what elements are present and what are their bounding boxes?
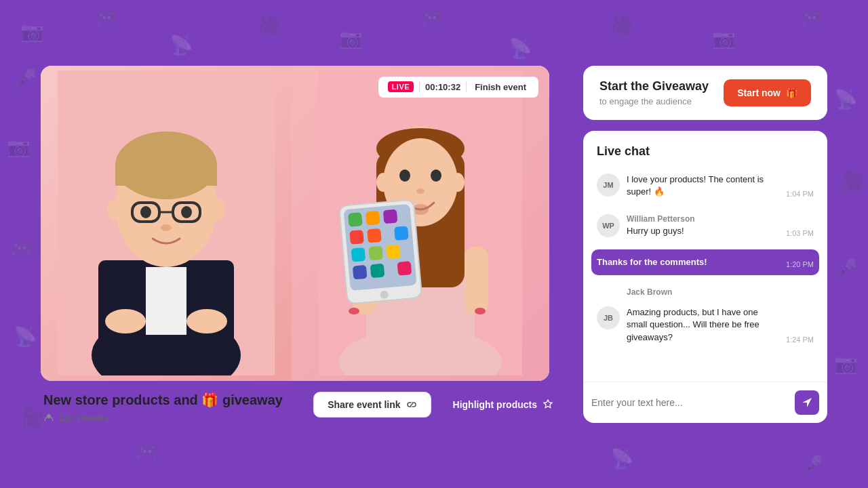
video-left xyxy=(41,66,292,381)
svg-rect-42 xyxy=(368,246,383,261)
svg-point-29 xyxy=(376,173,390,192)
msg-text-2: Hurry up guys! xyxy=(627,225,779,237)
svg-point-25 xyxy=(399,169,410,182)
chat-title: Live chat xyxy=(583,144,827,167)
msg-content-2: William Petterson Hurry up guys! xyxy=(627,214,779,237)
svg-rect-44 xyxy=(397,261,412,276)
finish-event-button[interactable]: Finish event xyxy=(472,81,529,94)
svg-rect-40 xyxy=(367,228,382,243)
male-presenter-svg xyxy=(58,70,275,375)
svg-rect-36 xyxy=(366,211,380,226)
send-icon xyxy=(801,396,813,409)
svg-point-27 xyxy=(416,188,425,194)
msg-time-1: 1:04 PM xyxy=(786,190,814,198)
giveaway-text: Start the Giveaway to engage the audienc… xyxy=(599,79,709,106)
link-icon xyxy=(406,399,417,410)
msg-text-1: I love your products! The content is sup… xyxy=(627,174,779,198)
giveaway-subtitle: to engage the audience xyxy=(599,96,709,106)
avatar-jb: JB xyxy=(597,306,620,329)
svg-point-48 xyxy=(349,308,359,314)
chat-messages: JM I love your products! The content is … xyxy=(583,167,827,376)
svg-rect-38 xyxy=(394,226,409,241)
msg-sender-2: William Petterson xyxy=(627,214,779,224)
svg-point-49 xyxy=(475,308,486,314)
bottom-info-row: New store products and 🎁 giveaway 120 vi… xyxy=(41,392,570,423)
viewers-icon xyxy=(43,412,54,423)
msg-sender-4: Jack Brown xyxy=(627,287,672,297)
svg-rect-3 xyxy=(146,267,186,335)
svg-rect-6 xyxy=(115,165,217,186)
msg-content-1: I love your products! The content is sup… xyxy=(627,174,779,198)
chat-message-host: Thanks for the comments! 1:20 PM xyxy=(591,249,819,275)
svg-rect-39 xyxy=(349,230,364,245)
msg-time-host: 1:20 PM xyxy=(786,260,814,268)
start-giveaway-button[interactable]: Start now 🎁 xyxy=(724,79,811,106)
msg-time-4: 1:24 PM xyxy=(786,336,814,344)
title-section: New store products and 🎁 giveaway 120 vi… xyxy=(43,392,300,423)
chat-card: Live chat JM I love your products! The c… xyxy=(583,131,827,423)
event-title: New store products and 🎁 giveaway xyxy=(43,392,300,408)
msg-content-4: Amazing products, but I have one small q… xyxy=(627,306,779,344)
avatar-wp: WP xyxy=(597,214,620,237)
send-message-button[interactable] xyxy=(795,390,819,415)
svg-point-14 xyxy=(209,199,225,220)
divider2 xyxy=(466,81,467,92)
giveaway-title: Start the Giveaway xyxy=(599,79,709,94)
giveaway-card: Start the Giveaway to engage the audienc… xyxy=(583,66,827,120)
live-indicator: LIVE xyxy=(388,81,414,92)
share-event-button[interactable]: Share event link xyxy=(313,392,431,418)
chat-message-4: Jack Brown JB Amazing products, but I ha… xyxy=(591,281,819,350)
gift-icon: 🎁 xyxy=(786,87,797,98)
left-panel: LIVE 00:10:32 Finish event xyxy=(41,66,570,423)
live-badge: LIVE 00:10:32 Finish event xyxy=(378,77,538,98)
svg-point-26 xyxy=(431,169,441,182)
svg-point-13 xyxy=(107,199,123,220)
svg-rect-46 xyxy=(370,264,385,279)
chat-input[interactable] xyxy=(591,397,788,408)
msg-text-4: Amazing products, but I have one small q… xyxy=(627,306,779,344)
viewers-count: 120 viewers xyxy=(58,412,109,423)
msg-content-host: Thanks for the comments! xyxy=(597,256,779,268)
chat-message-2: WP William Petterson Hurry up guys! 1:03… xyxy=(591,207,819,244)
svg-point-11 xyxy=(181,206,192,218)
star-icon xyxy=(542,399,553,410)
female-presenter-svg xyxy=(319,70,522,375)
video-area: LIVE 00:10:32 Finish event xyxy=(41,66,549,381)
avatar-jm: JM xyxy=(597,174,620,197)
svg-point-30 xyxy=(451,173,465,192)
svg-rect-35 xyxy=(348,212,363,227)
svg-point-12 xyxy=(161,224,172,231)
msg-time-2: 1:03 PM xyxy=(786,229,814,237)
highlight-button-label: Highlight products xyxy=(453,399,537,410)
share-button-label: Share event link xyxy=(328,399,400,410)
right-panel: Start the Giveaway to engage the audienc… xyxy=(583,66,827,423)
chat-message-1: JM I love your products! The content is … xyxy=(591,167,819,205)
svg-point-15 xyxy=(105,309,146,333)
start-button-label: Start now xyxy=(737,87,781,98)
divider xyxy=(419,81,420,92)
msg-text-host: Thanks for the comments! xyxy=(597,256,779,268)
svg-rect-41 xyxy=(351,247,366,262)
svg-rect-45 xyxy=(353,265,368,280)
highlight-products-button[interactable]: Highlight products xyxy=(439,392,567,417)
svg-rect-32 xyxy=(465,247,488,314)
svg-rect-37 xyxy=(383,209,398,224)
live-timer: 00:10:32 xyxy=(425,82,460,92)
action-buttons: Share event link Highlight products xyxy=(313,392,567,418)
svg-point-16 xyxy=(186,309,227,333)
svg-rect-43 xyxy=(386,244,401,259)
svg-point-10 xyxy=(140,206,151,218)
main-container: LIVE 00:10:32 Finish event xyxy=(41,66,827,423)
chat-input-area xyxy=(583,382,827,423)
viewers-row: 120 viewers xyxy=(43,412,300,423)
video-right: LIVE 00:10:32 Finish event xyxy=(292,66,549,381)
